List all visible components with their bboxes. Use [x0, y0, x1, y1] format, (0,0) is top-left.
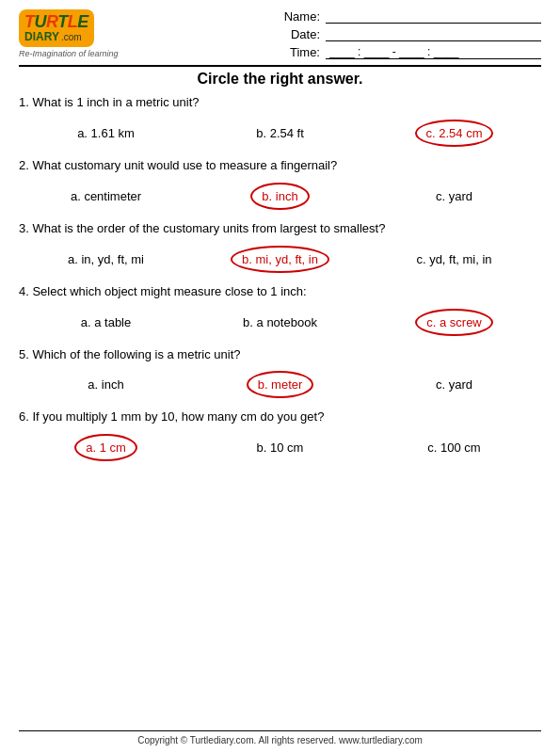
- question-1-option-1: a. 1.61 km: [19, 126, 193, 140]
- question-6-option-2: b. 10 cm: [193, 441, 367, 455]
- question-1-options: a. 1.61 kmb. 2.54 ftc. 2.54 cm: [19, 116, 541, 151]
- question-1-option-3-text: c. 2.54 cm: [415, 120, 494, 147]
- question-3-option-2-text: b. mi, yd, ft, in: [231, 246, 329, 273]
- question-3-option-1-text: a. in, yd, ft, mi: [68, 252, 144, 266]
- question-4-option-2: b. a notebook: [193, 315, 367, 329]
- time-line: ____ : ____ - ____ : ____: [326, 46, 541, 59]
- question-4-option-3-text: c. a screw: [415, 309, 493, 336]
- question-3-text: 3. What is the order of the customary un…: [19, 221, 541, 237]
- question-3-option-3: c. yd, ft, mi, in: [367, 252, 541, 266]
- logo-reimagine: Re-Imagination of learning: [19, 49, 160, 58]
- question-1-option-1-text: a. 1.61 km: [77, 126, 135, 140]
- header-divider: [19, 65, 541, 67]
- footer-text: Copyright © Turtlediary.com. All rights …: [137, 735, 423, 745]
- header: TURTLE DIARY .com Re-Imagination of lear…: [19, 9, 541, 59]
- question-4-options: a. a tableb. a notebookc. a screw: [19, 305, 541, 340]
- question-4-option-2-text: b. a notebook: [243, 315, 317, 329]
- question-1-option-2-text: b. 2.54 ft: [256, 126, 304, 140]
- question-5-option-1: a. inch: [19, 377, 193, 392]
- question-2-option-1-text: a. centimeter: [71, 189, 141, 203]
- question-1: 1. What is 1 inch in a metric unit?a. 1.…: [19, 95, 541, 151]
- question-2-option-2-text: b. inch: [250, 183, 309, 210]
- question-6-option-3: c. 100 cm: [367, 441, 541, 455]
- date-row: Date:: [278, 27, 541, 41]
- logo-com: .com: [61, 32, 82, 42]
- question-6: 6. If you multiply 1 mm by 10, how many …: [19, 409, 541, 465]
- question-6-option-3-text: c. 100 cm: [427, 441, 480, 455]
- question-1-text: 1. What is 1 inch in a metric unit?: [19, 95, 541, 111]
- question-2-option-3-text: c. yard: [436, 189, 472, 203]
- name-label: Name:: [278, 9, 320, 24]
- question-4: 4. Select which object might measure clo…: [19, 284, 541, 340]
- questions-container: 1. What is 1 inch in a metric unit?a. 1.…: [19, 95, 541, 465]
- question-4-option-1-text: a. a table: [81, 315, 132, 329]
- question-5: 5. Which of the following is a metric un…: [19, 347, 541, 403]
- question-6-option-1: a. 1 cm: [19, 434, 193, 461]
- question-2-options: a. centimeterb. inchc. yard: [19, 179, 541, 214]
- question-6-option-2-text: b. 10 cm: [257, 441, 304, 455]
- question-6-option-1-text: a. 1 cm: [74, 434, 137, 461]
- name-fields: Name: Date: Time: ____ : ____ - ____ : _…: [278, 9, 541, 59]
- name-row: Name:: [278, 9, 541, 24]
- diary-word: DIARY: [24, 30, 59, 43]
- date-label: Date:: [278, 27, 320, 41]
- question-2: 2. What customary unit would use to meas…: [19, 158, 541, 214]
- page: TURTLE DIARY .com Re-Imagination of lear…: [0, 0, 560, 753]
- question-2-option-3: c. yard: [367, 189, 541, 203]
- date-line: [326, 28, 541, 41]
- question-5-option-2-text: b. meter: [247, 371, 314, 398]
- question-2-text: 2. What customary unit would use to meas…: [19, 158, 541, 174]
- question-1-option-3: c. 2.54 cm: [367, 120, 541, 147]
- question-3-option-3-text: c. yd, ft, mi, in: [416, 252, 491, 266]
- question-5-options: a. inchb. meterc. yard: [19, 367, 541, 402]
- question-5-option-2: b. meter: [193, 371, 367, 398]
- time-row: Time: ____ : ____ - ____ : ____: [278, 45, 541, 59]
- name-line: [326, 10, 541, 24]
- question-5-option-3-text: c. yard: [436, 377, 472, 392]
- question-6-options: a. 1 cmb. 10 cmc. 100 cm: [19, 430, 541, 465]
- question-5-option-1-text: a. inch: [88, 377, 123, 392]
- question-4-text: 4. Select which object might measure clo…: [19, 284, 541, 300]
- question-3-options: a. in, yd, ft, mib. mi, yd, ft, inc. yd,…: [19, 242, 541, 277]
- question-6-text: 6. If you multiply 1 mm by 10, how many …: [19, 409, 541, 425]
- time-format: ____ : ____ - ____ : ____: [329, 45, 458, 58]
- question-4-option-3: c. a screw: [367, 309, 541, 336]
- main-title: Circle the right answer.: [19, 71, 541, 88]
- logo-box: TURTLE DIARY .com: [19, 9, 94, 47]
- question-5-option-3: c. yard: [367, 377, 541, 392]
- question-1-option-2: b. 2.54 ft: [193, 126, 367, 140]
- logo-area: TURTLE DIARY .com Re-Imagination of lear…: [19, 9, 160, 58]
- question-3-option-1: a. in, yd, ft, mi: [19, 252, 193, 266]
- question-3: 3. What is the order of the customary un…: [19, 221, 541, 277]
- footer: Copyright © Turtlediary.com. All rights …: [19, 730, 541, 745]
- question-4-option-1: a. a table: [19, 315, 193, 329]
- question-3-option-2: b. mi, yd, ft, in: [193, 246, 367, 273]
- logo-image: TURTLE: [24, 13, 88, 30]
- question-5-text: 5. Which of the following is a metric un…: [19, 347, 541, 363]
- time-label: Time:: [278, 45, 320, 59]
- question-2-option-1: a. centimeter: [19, 189, 193, 203]
- question-2-option-2: b. inch: [193, 183, 367, 210]
